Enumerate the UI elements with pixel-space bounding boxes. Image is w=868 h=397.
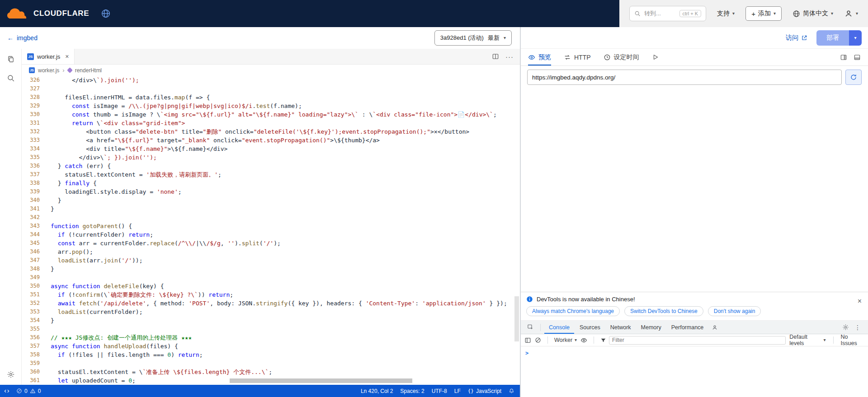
divider [594, 336, 594, 344]
back-to-worker-link[interactable]: ← imgbed [7, 34, 38, 42]
code-line[interactable]: 333 <a href="\${f.url}" target="_blank" … [22, 136, 520, 145]
layout-split-icon[interactable] [840, 54, 847, 61]
code-line[interactable]: 341} [22, 205, 520, 213]
code-line[interactable]: 354} [22, 316, 520, 325]
code-line[interactable]: 327 [22, 84, 520, 93]
code-editor[interactable]: 326 </div>\`).join('');327328 filesEl.in… [22, 76, 520, 385]
performance-user-icon[interactable] [709, 324, 721, 331]
breadcrumb-file[interactable]: worker.js [38, 67, 59, 74]
code-line[interactable]: 343function gotoParent() { [22, 222, 520, 230]
console-output[interactable]: > [521, 346, 868, 397]
devtools-tab-console[interactable]: Console [544, 321, 574, 334]
code-line[interactable]: 351 if (!confirm(\`确定要删除文件: \${key} ?\`)… [22, 290, 520, 299]
banner-button-always-match[interactable]: Always match Chrome's language [526, 306, 620, 316]
notifications-bell-icon[interactable] [509, 388, 514, 394]
code-line[interactable]: 360 statusEl.textContent = \`准备上传 \${fil… [22, 368, 520, 376]
encoding[interactable]: UTF-8 [432, 388, 447, 394]
refresh-button[interactable] [845, 70, 862, 85]
banner-close-icon[interactable]: × [858, 298, 862, 305]
layout-panel-icon[interactable] [854, 54, 861, 61]
code-line[interactable]: 326 </div>\`).join(''); [22, 76, 520, 84]
console-filter-input[interactable] [609, 336, 786, 345]
code-line[interactable]: 339 loadingEl.style.display = 'none'; [22, 187, 520, 196]
tab-preview[interactable]: 预览 [528, 49, 551, 65]
code-line[interactable]: 330 const thumb = isImage ? \`<img src="… [22, 110, 520, 119]
account-menu[interactable]: ▾ [844, 9, 858, 18]
deploy-dropdown[interactable]: ▾ [849, 30, 862, 46]
code-line[interactable]: 337 statusEl.textContent = '加载失败，请刷新页面。'… [22, 170, 520, 179]
support-menu[interactable]: 支持 ▾ [717, 9, 735, 18]
tab-http[interactable]: HTTP [564, 49, 591, 65]
code-line[interactable]: 334 <div title="\${f.name}">\${f.name}</… [22, 145, 520, 153]
code-line[interactable]: 329 const isImage = /\\.(jpe?g|png|gif|w… [22, 102, 520, 110]
devtools-more-icon[interactable]: ⋮ [854, 324, 861, 331]
version-selector[interactable]: 3a928ed1 (活动) 最新 ▾ [434, 30, 512, 46]
code-line[interactable]: 348} [22, 265, 520, 273]
code-line[interactable]: 344 if (!currentFolder) return; [22, 230, 520, 239]
code-line[interactable]: 349 [22, 273, 520, 282]
more-actions-icon[interactable]: ··· [505, 53, 514, 61]
code-line[interactable]: 340 } [22, 196, 520, 205]
code-line[interactable]: 335 </div>\`; }).join(''); [22, 153, 520, 162]
code-line[interactable]: 356// ★★★ JS修改点: 创建一个通用的上传处理器 ★★★ [22, 333, 520, 342]
code-line[interactable]: 346 arr.pop(); [22, 248, 520, 256]
indentation[interactable]: Spaces: 2 [400, 388, 424, 394]
console-sidebar-icon[interactable] [524, 337, 531, 344]
issues-counter[interactable]: No Issues [841, 334, 864, 346]
code-line[interactable]: 338 } finally { [22, 179, 520, 187]
code-line[interactable]: 328 filesEl.innerHTML = data.files.map(f… [22, 93, 520, 102]
code-line[interactable]: 357async function handleUpload(files) { [22, 342, 520, 350]
code-line[interactable]: 342 [22, 213, 520, 222]
code-line[interactable]: 355 [22, 325, 520, 333]
globe-icon[interactable] [98, 0, 113, 27]
editor-settings-gear-icon[interactable] [7, 370, 15, 378]
tab-schedule[interactable]: 设定时间 [604, 49, 639, 65]
tab-worker-js[interactable]: JS worker.js × [22, 49, 75, 64]
code-line[interactable]: 347 loadList(arr.join('/')); [22, 256, 520, 265]
devtools-tab-network[interactable]: Network [606, 321, 636, 334]
code-line[interactable]: 332 <button class="delete-btn" title="删除… [22, 127, 520, 136]
add-menu[interactable]: + 添加 ▾ [745, 6, 782, 21]
run-icon[interactable] [652, 54, 659, 61]
eol-indicator[interactable]: LF [454, 388, 461, 394]
devtools-tab-sources[interactable]: Sources [575, 321, 605, 334]
language-menu[interactable]: 简体中文 ▾ [793, 9, 833, 18]
cursor-position[interactable]: Ln 420, Col 2 [361, 388, 393, 394]
code-line[interactable]: 336 } catch (err) { [22, 162, 520, 170]
devtools-settings-gear-icon[interactable] [842, 324, 849, 331]
banner-button-switch-chinese[interactable]: Switch DevTools to Chinese [624, 306, 703, 316]
banner-button-dont-show[interactable]: Don't show again [708, 306, 761, 316]
context-selector[interactable]: Worker ▾ [554, 337, 577, 343]
console-toolbar: Worker ▾ Default levels ▾ [521, 334, 868, 346]
log-levels-selector[interactable]: Default levels ▾ [789, 334, 826, 346]
inspect-element-icon[interactable] [524, 324, 537, 331]
clear-console-icon[interactable] [535, 337, 541, 343]
cloudflare-logo[interactable]: CLOUDFLARE [0, 0, 98, 27]
deploy-button[interactable]: 部署 [816, 30, 849, 46]
code-line[interactable]: 350async function deleteFile(key) { [22, 282, 520, 290]
close-icon[interactable]: × [65, 53, 69, 60]
preview-url-input[interactable] [527, 70, 842, 85]
code-line-text: } [51, 196, 61, 205]
devtools-tab-performance[interactable]: Performance [667, 321, 708, 334]
code-line[interactable]: 358 if (!files || files.length === 0) re… [22, 350, 520, 359]
breadcrumb-symbol[interactable]: renderHtml [75, 67, 102, 74]
code-line[interactable]: 353 loadList(currentFolder); [22, 308, 520, 316]
live-expression-eye-icon[interactable] [580, 337, 587, 344]
files-explorer-icon[interactable] [7, 55, 15, 63]
vertical-scrollbar[interactable] [514, 296, 519, 341]
code-line[interactable]: 345 const arr = currentFolder.replace(/^… [22, 239, 520, 248]
code-line[interactable]: 352 await fetch('/api/delete', { method:… [22, 299, 520, 308]
split-editor-icon[interactable] [492, 53, 499, 60]
search-files-icon[interactable] [7, 74, 15, 82]
code-line[interactable]: 331 return \`<div class="grid-item"> [22, 119, 520, 127]
visit-link[interactable]: 访问 [786, 34, 807, 42]
language-mode[interactable]: {} JavaScript [468, 388, 501, 394]
devtools-tab-memory[interactable]: Memory [637, 321, 666, 334]
remote-indicator[interactable] [4, 388, 10, 394]
global-search[interactable]: 转到... ctrl + K [629, 6, 706, 21]
horizontal-scrollbar[interactable] [230, 378, 412, 383]
problems-indicator[interactable]: 0 0 [16, 388, 41, 394]
swap-arrows-icon [564, 54, 571, 61]
code-line[interactable]: 359 [22, 359, 520, 368]
